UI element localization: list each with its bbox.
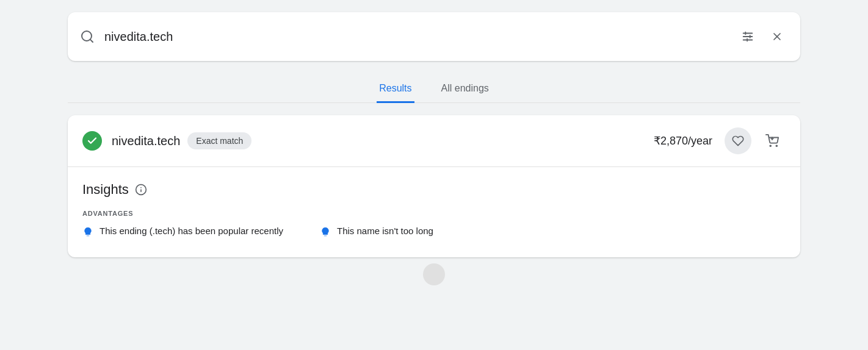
results-card: nivedita.tech Exact match ₹2,870/year bbox=[68, 115, 800, 257]
wishlist-button[interactable] bbox=[725, 127, 751, 154]
clear-button[interactable] bbox=[766, 26, 788, 48]
svg-point-10 bbox=[770, 145, 771, 146]
filter-button[interactable] bbox=[737, 26, 759, 48]
svg-line-1 bbox=[90, 40, 93, 42]
list-item: This ending (.tech) has been popular rec… bbox=[82, 226, 283, 240]
domain-row-right: ₹2,870/year bbox=[654, 127, 786, 154]
tabs-container: Results All endings bbox=[68, 76, 800, 103]
domain-row: nivedita.tech Exact match ₹2,870/year bbox=[68, 115, 800, 167]
advantages-list: This ending (.tech) has been popular rec… bbox=[82, 226, 786, 240]
domain-price: ₹2,870/year bbox=[654, 134, 712, 148]
available-icon bbox=[82, 131, 102, 151]
insights-section: Insights ADVANTAGES This ending (.tech) … bbox=[68, 167, 800, 257]
insights-header: Insights bbox=[82, 182, 786, 198]
tab-results[interactable]: Results bbox=[377, 76, 414, 103]
info-icon[interactable] bbox=[135, 184, 147, 196]
search-actions bbox=[737, 26, 788, 48]
domain-name: nivedita.tech bbox=[112, 134, 180, 148]
list-item: This name isn't too long bbox=[320, 226, 433, 240]
tab-all-endings[interactable]: All endings bbox=[439, 76, 491, 103]
advantage-text: This ending (.tech) has been popular rec… bbox=[99, 226, 283, 236]
insights-title: Insights bbox=[82, 182, 129, 198]
add-to-cart-button[interactable] bbox=[759, 127, 786, 154]
bulb-icon bbox=[82, 226, 93, 240]
search-icon bbox=[80, 29, 95, 44]
advantage-text: This name isn't too long bbox=[337, 226, 433, 236]
svg-point-11 bbox=[776, 145, 777, 146]
search-bar bbox=[68, 12, 800, 61]
exact-match-badge: Exact match bbox=[187, 132, 251, 149]
scroll-indicator bbox=[423, 263, 445, 285]
advantages-label: ADVANTAGES bbox=[82, 210, 786, 217]
search-input[interactable] bbox=[104, 30, 737, 44]
bulb-icon bbox=[320, 226, 331, 240]
